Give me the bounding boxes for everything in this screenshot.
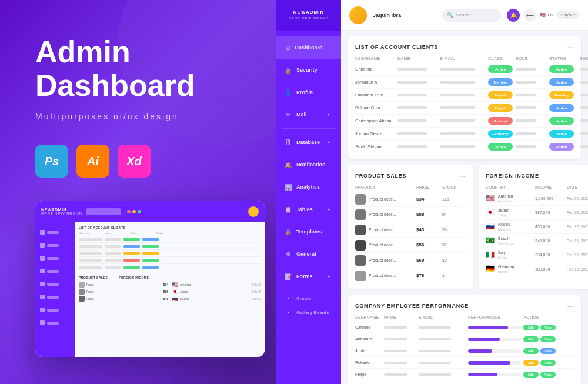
right-panel: NEWADMIN BEST NEW BRAND ⊞ Dashboard ▪ 🔒 … (276, 0, 588, 384)
dash-main: Jaquin Ibra 🔍 Search 🔔 ⟵ 🇺🇸En Layout Lis… (341, 0, 588, 384)
preview-dots (127, 210, 141, 213)
nav-sub-create[interactable]: ● Create (276, 291, 341, 305)
product-row: Product desc... $60 32 (355, 253, 466, 268)
perf-row: Abraham EditView (355, 333, 574, 345)
sub-dot-create: ● (285, 295, 292, 302)
performance-card: Company Employee Performance ··· Usernam… (348, 295, 581, 384)
action-chip[interactable]: Edit (523, 336, 539, 342)
action-chip[interactable]: Edit (523, 325, 539, 330)
product-sales-more[interactable]: ··· (459, 171, 466, 181)
table-row: Brilliant Gulo Playoff Active (355, 102, 574, 115)
badge-ps: Ps (35, 145, 68, 178)
accounts-more-btn[interactable]: ··· (567, 42, 574, 52)
product-sales-title: Product Sales (355, 173, 406, 179)
action-chip[interactable]: View (540, 336, 556, 342)
flag-germany: 🇩🇪 (486, 265, 495, 272)
perf-row: Caroline EditView (355, 322, 574, 333)
table-row: Christine Active Active (355, 63, 574, 76)
profile-icon: 👤 (285, 89, 292, 96)
accounts-card: List of Account Clients ··· Username Nam… (348, 36, 581, 159)
product-row: Product desc... $78 14 (355, 268, 466, 283)
preview-sidebar (35, 222, 75, 357)
topbar-flag: 🇺🇸En (540, 12, 553, 18)
topbar-avatar (349, 6, 367, 24)
nav-item-profile[interactable]: 👤 Profile (276, 81, 341, 103)
nav-item-dashboard[interactable]: ⊞ Dashboard ▪ (276, 36, 341, 59)
foreign-income-title: Foreign Income (486, 173, 539, 179)
nav-item-mail[interactable]: ✉ Mail ▸ (276, 103, 341, 126)
nav-item-analytics[interactable]: 📊 Analytics (276, 176, 341, 198)
search-icon: 🔍 (447, 12, 453, 18)
perf-bar-container (468, 349, 521, 353)
fi-row: 🇷🇺RussiaMoscow 456,000 Feb 12, 2021 (486, 220, 588, 234)
table-row: Jordan Gerrie Economy Active (355, 128, 574, 141)
nav-item-forms[interactable]: 📝 Forms ▸ (276, 265, 341, 288)
flag-usa: 🇺🇸 (486, 195, 495, 202)
action-chip[interactable]: Edit (523, 360, 539, 366)
preview-logo: NEWADMINBEST NEW BRAND (41, 208, 82, 216)
general-icon: ⚙ (285, 251, 292, 258)
nav-item-notification[interactable]: 🔔 Notification (276, 153, 341, 176)
product-row: Product desc... $56 97 (355, 238, 466, 253)
templates-icon: 🔒 (285, 228, 292, 235)
badge-xd: Xd (118, 145, 151, 178)
dash-content: List of Account Clients ··· Username Nam… (341, 31, 588, 384)
topbar: Jaquin Ibra 🔍 Search 🔔 ⟵ 🇺🇸En Layout (341, 0, 588, 31)
table-row: Jonathan A Member Active (355, 76, 574, 89)
bottom-cards: Product Sales ··· Product Price Stock Pr… (348, 165, 581, 289)
security-icon: 🔒 (285, 66, 292, 74)
dashboard-icon: ⊞ (285, 44, 290, 51)
accounts-title: List of Account Clients (355, 44, 438, 50)
preview-card: NEWADMINBEST NEW BRAND LIST OF ACC (35, 201, 265, 357)
table-row: Christopher Ahnsa Expired Active (355, 115, 574, 128)
db-arrow: ▸ (326, 139, 333, 146)
mail-icon: ✉ (285, 111, 292, 118)
dash-sidebar: NEWADMIN BEST NEW BRAND ⊞ Dashboard ▪ 🔒 … (276, 0, 341, 384)
action-chip[interactable]: View (540, 360, 556, 366)
perf-row: Felipe EditView (355, 369, 574, 380)
dash-nav: ⊞ Dashboard ▪ 🔒 Security 👤 Profile ✉ Mai… (276, 31, 341, 325)
nav-item-tables[interactable]: 📋 Tables ▸ (276, 198, 341, 221)
performance-title: Company Employee Performance (355, 303, 469, 309)
hero-subtitle: Multipurposes ui/ux design (35, 112, 247, 121)
flag-japan: 🇯🇵 (486, 209, 495, 216)
notification-icon: 🔔 (285, 161, 292, 168)
action-chip[interactable]: Edit (523, 372, 539, 378)
topbar-username: Jaquin Ibra (373, 12, 436, 18)
topbar-actions: 🔔 ⟵ 🇺🇸En Layout (507, 9, 580, 22)
nav-item-security[interactable]: 🔒 Security (276, 59, 341, 81)
product-row: Product desc... $88 84 (355, 207, 466, 222)
hero-title: Admin Dashboard (35, 35, 247, 102)
nav-divider-1 (282, 128, 335, 129)
topbar-share-btn[interactable]: ⟵ (523, 9, 536, 22)
perf-bar-container (468, 373, 521, 376)
topbar-search[interactable]: 🔍 Search (442, 9, 501, 22)
action-chip[interactable]: Edit (523, 348, 539, 354)
sub-dot-gallery: ● (285, 309, 292, 316)
nav-item-general[interactable]: ⚙ General (276, 243, 341, 265)
analytics-icon: 📊 (285, 183, 292, 191)
fi-row: 🇩🇪GermanyBerlin 189,000 Feb 18, 2021 (486, 262, 588, 276)
fi-row: 🇯🇵JapanTokyo 987,000 Feb 08, 2021 (486, 206, 588, 220)
topbar-layout-btn[interactable]: Layout (556, 11, 580, 19)
forms-icon: 📝 (285, 273, 292, 280)
forms-arrow: ▸ (326, 273, 333, 280)
foreign-income-card: Foreign Income ··· Country Income Date 🇺… (479, 165, 588, 289)
dash-brand: NEWADMIN BEST NEW BRAND (276, 0, 341, 31)
performance-more[interactable]: ··· (567, 301, 574, 310)
flag-russia: 🇷🇺 (486, 223, 495, 230)
nav-sub-gallery[interactable]: ● Gallery Events (276, 305, 341, 319)
action-chip[interactable]: View (540, 372, 556, 378)
badge-ai: Ai (76, 145, 109, 178)
topbar-bell-btn[interactable]: 🔔 (507, 9, 520, 22)
action-chip[interactable]: View (540, 325, 556, 330)
preview-main: LIST OF ACCOUNT CLIENTS Username Name Cl… (75, 222, 265, 357)
table-row: Elizabeth True Playoff Pending (355, 89, 574, 102)
product-row: Product desc... $34 126 (355, 192, 466, 207)
flag-italy: 🇮🇹 (486, 251, 495, 258)
nav-item-database[interactable]: 🗄 Database ▸ (276, 131, 341, 153)
action-chip[interactable]: View (540, 348, 556, 354)
nav-item-templates[interactable]: 🔒 Templates (276, 221, 341, 243)
table-row: Smith Stevan Active Admin (355, 141, 574, 153)
product-row: Product desc... $43 53 (355, 222, 466, 238)
